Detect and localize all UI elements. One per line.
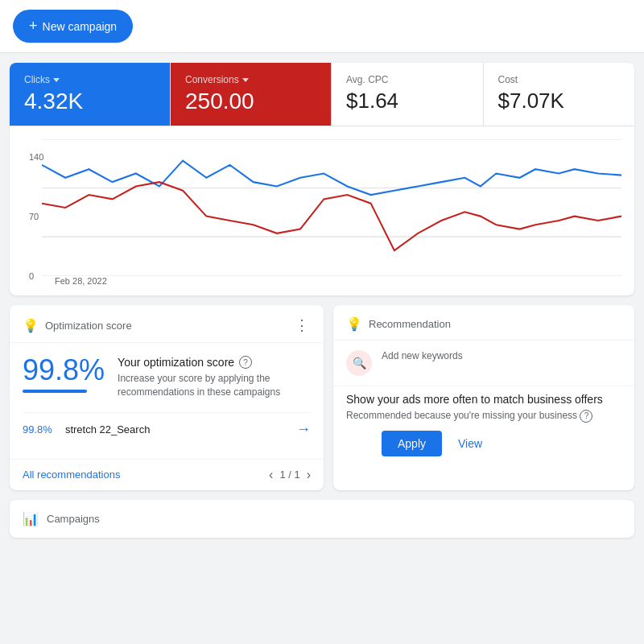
- chart-area: 140 70 0 Feb 28, 2022: [10, 126, 634, 295]
- conversions-value: 250.00: [185, 89, 316, 114]
- rec-title: Show your ads more often to match busine…: [346, 393, 621, 406]
- conversions-chevron-icon[interactable]: [242, 78, 249, 82]
- optimization-panel-title: 💡 Optimization score: [23, 318, 132, 333]
- pagination: ‹ 1 / 1 ›: [269, 468, 311, 482]
- y-label-0: 0: [29, 271, 43, 281]
- campaign-score: 99.8%: [23, 423, 52, 436]
- pagination-label: 1 / 1: [279, 469, 299, 481]
- stat-clicks: Clicks 4.32K: [10, 63, 171, 126]
- campaigns-mini-panel: 📊 Campaigns: [10, 500, 634, 538]
- stats-row: Clicks 4.32K Conversions 250.00 Avg. CPC…: [10, 63, 634, 126]
- stat-cost: Cost $7.07K: [484, 63, 635, 126]
- optimization-panel-header: 💡 Optimization score ⋮: [10, 305, 324, 343]
- recommendation-item: 🔍 Add new keywords: [333, 341, 634, 386]
- line-chart: [42, 139, 621, 276]
- lightbulb-icon: 💡: [23, 318, 39, 333]
- optimization-panel-footer: All recommendations ‹ 1 / 1 ›: [10, 459, 324, 490]
- header: + New campaign: [0, 0, 644, 53]
- recommendation-panel-header: 💡 Recommendation: [333, 305, 634, 341]
- main-content: Clicks 4.32K Conversions 250.00 Avg. CPC…: [0, 53, 644, 547]
- more-options-icon[interactable]: ⋮: [295, 316, 311, 334]
- progress-fill: [23, 390, 87, 393]
- rec-content: Add new keywords: [382, 350, 463, 363]
- clicks-chevron-icon[interactable]: [53, 78, 60, 82]
- opt-score-title: Your optimization score ?: [118, 356, 311, 369]
- cost-label: Cost: [498, 74, 621, 85]
- avg-cpc-value: $1.64: [346, 89, 469, 114]
- bottom-row: 💡 Optimization score ⋮ 99.8% Your op: [10, 305, 634, 490]
- clicks-label: Clicks: [24, 74, 155, 85]
- plus-icon: +: [29, 18, 38, 35]
- rec-title-area: Show your ads more often to match busine…: [333, 386, 634, 423]
- rec-question-icon[interactable]: ?: [580, 410, 592, 423]
- lightbulb-icon-rec: 💡: [346, 316, 362, 332]
- campaigns-mini-title: Campaigns: [47, 513, 100, 525]
- y-label-140: 140: [29, 152, 43, 162]
- optimization-panel: 💡 Optimization score ⋮ 99.8% Your op: [10, 305, 324, 490]
- stats-card: Clicks 4.32K Conversions 250.00 Avg. CPC…: [10, 63, 634, 295]
- rec-desc: Recommended because you're missing your …: [346, 409, 621, 423]
- y-label-70: 70: [29, 212, 43, 221]
- big-score: 99.8%: [23, 356, 105, 385]
- opt-score-main: 99.8% Your optimization score ? Increase…: [23, 356, 311, 399]
- arrow-right-icon[interactable]: →: [296, 421, 311, 438]
- apply-button[interactable]: Apply: [382, 431, 442, 456]
- clicks-value: 4.32K: [24, 89, 155, 114]
- pagination-next-icon[interactable]: ›: [307, 468, 311, 482]
- view-button[interactable]: View: [448, 431, 492, 456]
- chart-y-labels: 140 70 0: [29, 152, 43, 281]
- search-icon: 🔍: [353, 357, 366, 369]
- opt-score-desc: Increase your score by applying the reco…: [118, 372, 311, 399]
- all-recommendations-link[interactable]: All recommendations: [23, 469, 120, 481]
- bar-chart-icon: 📊: [23, 511, 39, 526]
- chart-x-label: Feb 28, 2022: [55, 276, 621, 289]
- campaign-name: stretch 22_Search: [65, 423, 296, 436]
- cost-value: $7.07K: [498, 89, 621, 114]
- campaign-row: 99.8% stretch 22_Search →: [23, 412, 311, 446]
- question-mark-icon[interactable]: ?: [239, 356, 252, 369]
- recommendation-panel-title: 💡 Recommendation: [346, 316, 451, 332]
- recommendation-panel: 💡 Recommendation 🔍 Add new keywords Show…: [333, 305, 634, 490]
- conversions-label: Conversions: [185, 74, 316, 85]
- rec-label: Add new keywords: [382, 350, 463, 361]
- avg-cpc-label: Avg. CPC: [346, 74, 469, 85]
- big-score-container: 99.8%: [23, 356, 105, 393]
- stat-avg-cpc: Avg. CPC $1.64: [332, 63, 484, 126]
- new-campaign-label: New campaign: [43, 20, 118, 33]
- search-icon-circle: 🔍: [346, 350, 372, 376]
- opt-score-detail: Your optimization score ? Increase your …: [118, 356, 311, 399]
- pagination-prev-icon[interactable]: ‹: [269, 468, 273, 482]
- progress-bar: [23, 390, 87, 393]
- stat-conversions: Conversions 250.00: [171, 63, 332, 126]
- rec-actions: Apply View: [333, 423, 634, 468]
- new-campaign-button[interactable]: + New campaign: [13, 10, 133, 43]
- optimization-panel-body: 99.8% Your optimization score ? Increase…: [10, 343, 324, 459]
